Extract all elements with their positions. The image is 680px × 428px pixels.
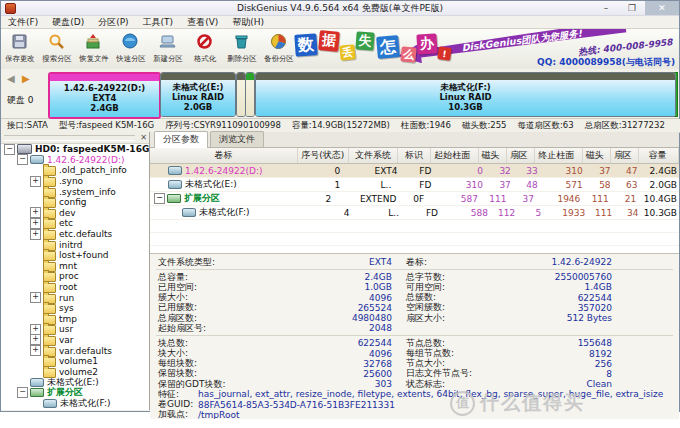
partition-block[interactable]: 未格式化(F:)Linux RAID10.3GB — [255, 72, 676, 117]
menu-item-2[interactable]: 分区(P) — [91, 16, 135, 29]
tree-item[interactable]: config — [1, 197, 149, 208]
prev-disk-icon[interactable]: ◀ — [7, 73, 17, 84]
tree-item[interactable]: +var.defaults — [1, 345, 149, 356]
details-rv: 2550005760 — [506, 272, 612, 282]
row-expand-toggle[interactable]: − — [154, 193, 165, 204]
splitter-groove[interactable] — [4, 135, 135, 141]
tree-item-label: sys — [59, 303, 74, 313]
details-lv: 4096 — [270, 293, 392, 303]
close-button[interactable]: ✕ — [645, 1, 679, 15]
details-ll: 文件系统类型: — [158, 256, 270, 269]
tree-expand-toggle[interactable]: + — [30, 292, 41, 303]
details-rv: Clean — [506, 379, 612, 389]
tree-item[interactable]: +var — [1, 335, 149, 346]
tree-item[interactable]: root — [1, 282, 149, 293]
tree-expand-toggle[interactable]: + — [30, 229, 41, 240]
tab-partition-params[interactable]: 分区参数 — [154, 131, 208, 148]
menu-item-5[interactable]: 帮助(H) — [225, 16, 271, 29]
ad-tile-6: 办 — [416, 33, 437, 54]
details-value: /tmpRoot — [198, 410, 239, 419]
table-cell: EXTEND — [354, 194, 403, 204]
title-bar: DiskGenius V4.9.6.564 x64 免费版(单文件PE版) – … — [1, 1, 679, 16]
ad-banner[interactable]: DiskGenius团队为您服务! 热线: 400-008-9958 QQ: 4… — [293, 29, 679, 68]
tab-browse-files[interactable]: 浏览文件 — [210, 131, 264, 147]
table-row[interactable]: 未格式化(E:)1L..FD310374857158632.0GB — [150, 178, 679, 192]
details-rv: 357020 — [506, 303, 612, 313]
details-value: has_journal, ext_attr, resize_inode, fil… — [198, 389, 663, 399]
toolbar-button-label: 删除分区 — [227, 53, 256, 63]
free-space-block[interactable] — [245, 72, 255, 117]
next-disk-icon[interactable]: ▶ — [22, 73, 32, 84]
tree-item[interactable]: +run — [1, 292, 149, 303]
disk-map-panel: ◀ ▶ 硬盘 0 1.42.6-24922(D:)EXT42.4GB未格式化(E… — [1, 69, 679, 119]
tree-expand-toggle[interactable]: + — [30, 334, 41, 345]
tree-item[interactable]: lost+found — [1, 250, 149, 261]
tree-item[interactable]: tmp — [1, 314, 149, 325]
tree-expand-toggle[interactable]: − — [17, 154, 28, 165]
tree-item[interactable]: proc — [1, 271, 149, 282]
toolbar-button-6[interactable]: 删除分区 — [223, 29, 260, 67]
details-full-row: 卷GUID:88FA5614-85A3-534D-A716-51B3FE2113… — [150, 399, 679, 409]
toolbar-button-5[interactable]: 格式化 — [186, 29, 223, 67]
partition-block[interactable]: 未格式化(E:)Linux RAID2.0GB — [160, 72, 236, 117]
table-row[interactable]: −扩展分区2EXTEND0F5871113719461112110.4GB — [150, 192, 679, 206]
tree-expand-toggle[interactable]: + — [30, 345, 41, 356]
watermark-badge: 值 — [450, 391, 475, 416]
partition-block-body: 1.42.6-24922(D:)EXT42.4GB — [50, 81, 159, 119]
menu-item-4[interactable]: 查看(V) — [180, 16, 225, 29]
toolbar-button-0[interactable]: 保存更改 — [1, 29, 38, 67]
tree-item[interactable]: −1.42.6-24922(D:) — [1, 155, 149, 166]
backup-partition-icon — [270, 33, 287, 52]
maximize-button[interactable]: ❐ — [619, 1, 645, 15]
table-row[interactable]: 1.42.6-24922(D:)0EXT4FD0323331037472.4GB — [150, 164, 679, 178]
table-cell: 33 — [514, 166, 541, 176]
tree-item[interactable]: mnt — [1, 261, 149, 272]
tree-expand-toggle[interactable]: − — [4, 144, 15, 155]
tree-item[interactable]: .system_info — [1, 186, 149, 197]
partition-icon — [168, 166, 182, 175]
tree-item-label: dev — [59, 208, 76, 218]
toolbar-button-3[interactable]: 快速分区 — [112, 29, 149, 67]
tree-expand-toggle[interactable]: + — [30, 207, 41, 218]
tree-item[interactable]: sys — [1, 303, 149, 314]
tree-item[interactable]: .old_patch_info — [1, 165, 149, 176]
toolbar-button-4[interactable]: 新建分区 — [149, 29, 186, 67]
partition-block-body: 未格式化(F:)Linux RAID10.3GB — [256, 80, 675, 117]
tree-item[interactable]: initrd — [1, 239, 149, 250]
tree-expand-toggle[interactable]: − — [17, 387, 28, 398]
table-row-label-cell: −扩展分区 — [150, 192, 303, 205]
tree-item[interactable]: +dev — [1, 208, 149, 219]
tree-item-label: .old_patch_info — [59, 165, 127, 175]
toolbar-button-2[interactable]: 恢复文件 — [75, 29, 112, 67]
menu-item-3[interactable]: 工具(T) — [136, 16, 181, 29]
tree-item[interactable]: volume1 — [1, 356, 149, 367]
tree-item[interactable]: −HD0: faspeedK5M-16G(15GB) — [1, 144, 149, 155]
tree-item[interactable]: +usr — [1, 324, 149, 335]
toolbar-button-7[interactable]: 备份分区 — [260, 29, 297, 67]
menu-item-0[interactable]: 文件(F) — [1, 16, 45, 29]
table-cell: 310 — [441, 180, 487, 190]
toolbar-button-label: 格式化 — [193, 53, 215, 63]
tree-item[interactable]: 未格式化(F:) — [1, 398, 149, 409]
tree-item-label: volume1 — [59, 356, 98, 366]
tree-close-icon[interactable]: ✕ — [138, 133, 149, 142]
tree-item[interactable]: +etc — [1, 218, 149, 229]
tree-item[interactable]: +etc.defaults — [1, 229, 149, 240]
table-row[interactable]: 未格式化(F:)4L..FD588112519331113410.3GB — [150, 206, 679, 220]
ad-tile-7: ! — [437, 46, 452, 61]
filesystem-details-panel: 文件系统类型:EXT4卷标:1.42.6-24922总容量:2.4GB总字节数:… — [150, 253, 679, 419]
screenshot-stage: DiskGenius V4.9.6.564 x64 免费版(单文件PE版) – … — [0, 0, 680, 428]
tree-item[interactable]: +.syno — [1, 176, 149, 187]
details-lv: 4980480 — [270, 313, 392, 323]
tree-item-label: tmp — [59, 314, 77, 324]
partition-block[interactable]: 1.42.6-24922(D:)EXT42.4GB — [48, 72, 161, 119]
tree-expand-toggle[interactable]: + — [30, 176, 41, 187]
menu-item-1[interactable]: 硬盘(D) — [45, 16, 91, 29]
toolbar-button-1[interactable]: 搜索分区 — [38, 29, 75, 67]
minimize-button[interactable]: – — [593, 1, 619, 15]
partition-type-strip — [256, 73, 675, 80]
ad-tile-0: 数 — [294, 33, 317, 56]
tree-expand-toggle[interactable]: + — [30, 218, 41, 229]
tree-expand-toggle[interactable]: + — [30, 324, 41, 335]
table-cell: 112 — [492, 208, 518, 218]
